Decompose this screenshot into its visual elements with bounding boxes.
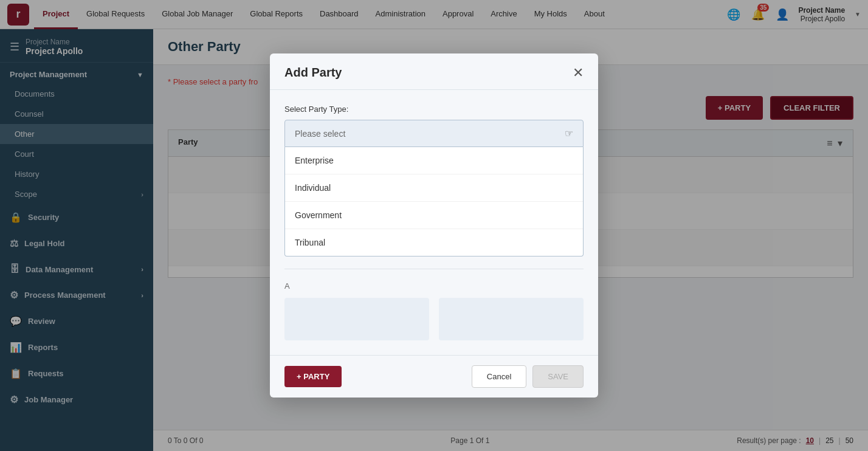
modal-gray-block-1 [284,298,429,340]
select-selected-value[interactable]: Please select ☞ [284,120,584,147]
modal-footer: + PARTY Cancel SAVE [270,355,598,398]
modal-gray-blocks [284,298,584,340]
modal-divider [284,269,584,269]
modal-close-button[interactable]: ✕ [573,66,584,80]
option-individual[interactable]: Individual [285,174,583,202]
add-party-modal: Add Party ✕ Select Party Type: Please se… [270,53,598,398]
modal-title: Add Party [284,66,342,80]
modal-gray-block-2 [439,298,584,340]
modal-cancel-button[interactable]: Cancel [472,365,526,388]
option-enterprise[interactable]: Enterprise [285,147,583,174]
option-government[interactable]: Government [285,202,583,229]
option-tribunal[interactable]: Tribunal [285,229,583,256]
modal-section-placeholder: A [284,281,584,291]
modal-header: Add Party ✕ [270,53,598,90]
party-type-select[interactable]: Please select ☞ Enterprise Individual Go… [284,120,584,256]
modal-overlay[interactable]: Add Party ✕ Select Party Type: Please se… [0,0,868,451]
modal-add-party-button[interactable]: + PARTY [284,366,342,387]
modal-body: Select Party Type: Please select ☞ Enter… [270,90,598,355]
select-party-type-label: Select Party Type: [284,105,584,114]
select-dropdown: Enterprise Individual Government Tribuna… [284,147,584,256]
modal-footer-right: Cancel SAVE [472,365,584,388]
select-cursor-icon: ☞ [565,128,573,139]
modal-save-button: SAVE [532,365,584,388]
